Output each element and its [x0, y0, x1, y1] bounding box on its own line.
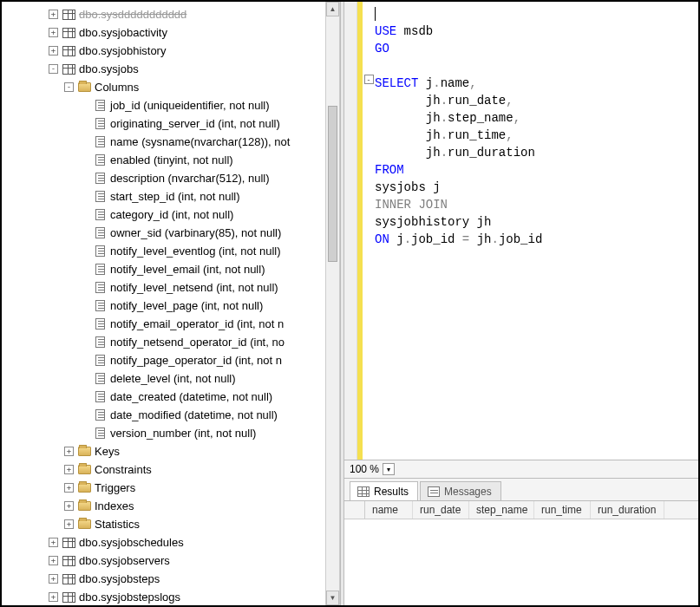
tree-column-item[interactable]: date_modified (datetime, not null)	[2, 406, 325, 424]
column-icon	[93, 373, 107, 385]
tree-column-item[interactable]: owner_sid (varbinary(85), not null)	[2, 224, 325, 242]
grid-row-header-corner	[344, 501, 365, 519]
tree-column-item[interactable]: version_number (int, not null)	[2, 424, 325, 442]
tab-results-label: Results	[374, 486, 409, 498]
tree-folder-triggers[interactable]: +Triggers	[2, 479, 325, 497]
tree-column-item[interactable]: job_id (uniqueidentifier, not null)	[2, 96, 325, 114]
table-icon	[62, 573, 75, 585]
tree-column-item[interactable]: notify_email_operator_id (int, not n	[2, 315, 325, 333]
column-icon	[93, 428, 107, 440]
tree-table-item[interactable]: +dbo.sysjobschedules	[2, 533, 325, 552]
scroll-up-button[interactable]: ▲	[326, 2, 339, 16]
column-icon	[93, 154, 107, 166]
column-icon	[93, 336, 107, 349]
table-icon	[62, 27, 75, 39]
tree-table-item[interactable]: +dbo.sysjobactivity	[2, 23, 325, 42]
tree-column-item[interactable]: category_id (int, not null)	[2, 206, 325, 224]
folder-icon	[77, 464, 91, 476]
tree-item-label: Columns	[95, 78, 139, 96]
tree-table-item[interactable]: -dbo.sysjobs	[2, 60, 325, 78]
folder-icon	[77, 482, 91, 494]
column-icon	[93, 355, 107, 367]
column-icon	[93, 282, 107, 294]
tree-column-item[interactable]: date_created (datetime, not null)	[2, 388, 325, 406]
tree-column-item[interactable]: description (nvarchar(512), null)	[2, 169, 325, 187]
tree-table-item[interactable]: +dbo.sysjobservers	[2, 552, 325, 570]
expander-icon[interactable]: +	[49, 538, 58, 547]
outline-collapse-icon[interactable]: -	[364, 75, 374, 84]
tab-results[interactable]: Results	[350, 481, 418, 500]
app-window: +dbo.sysddddddddddd+dbo.sysjobactivity+d…	[2, 2, 698, 605]
sql-editor[interactable]: USE msdb GO SELECT j.name, jh.run_date, …	[375, 2, 698, 460]
editor-outline-margin[interactable]: -	[363, 2, 375, 460]
tree-column-item[interactable]: delete_level (int, not null)	[2, 369, 325, 388]
zoom-dropdown-button[interactable]: ▾	[383, 463, 395, 475]
expander-icon[interactable]: +	[64, 519, 74, 529]
grid-header-row: name run_date step_name run_time run_dur…	[344, 501, 698, 519]
column-icon	[93, 209, 107, 221]
tree-column-item[interactable]: enabled (tinyint, not null)	[2, 151, 325, 169]
tree-column-item[interactable]: notify_page_operator_id (int, not n	[2, 351, 325, 369]
tree-folder-constraints[interactable]: +Constraints	[2, 460, 325, 479]
folder-icon	[77, 519, 91, 531]
results-grid[interactable]: name run_date step_name run_time run_dur…	[344, 501, 698, 605]
expander-icon[interactable]: -	[49, 64, 58, 74]
tree-folder-indexes[interactable]: +Indexes	[2, 497, 325, 515]
tree-folder-statistics[interactable]: +Statistics	[2, 515, 325, 533]
expander-icon[interactable]: +	[49, 574, 58, 584]
tree-column-item[interactable]: notify_netsend_operator_id (int, no	[2, 333, 325, 351]
grid-col-run-duration[interactable]: run_duration	[591, 501, 664, 519]
tree-item-label: delete_level (int, not null)	[110, 369, 236, 388]
tree-item-label: enabled (tinyint, not null)	[110, 151, 233, 169]
tree-item-label: notify_level_netsend (int, not null)	[110, 278, 278, 297]
tree-item-label: originating_server_id (int, not null)	[110, 114, 280, 133]
expander-icon[interactable]: +	[64, 447, 74, 456]
tree-folder-keys[interactable]: +Keys	[2, 442, 325, 460]
expander-icon[interactable]: +	[49, 46, 58, 55]
scroll-down-button[interactable]: ▼	[326, 591, 339, 605]
tree-item-label: notify_page_operator_id (int, not n	[110, 351, 282, 369]
expander-icon[interactable]: +	[49, 28, 58, 37]
table-icon	[62, 45, 75, 57]
column-icon	[93, 318, 107, 330]
object-explorer-tree[interactable]: +dbo.sysddddddddddd+dbo.sysjobactivity+d…	[2, 2, 325, 605]
tree-column-item[interactable]: name (sysname(nvarchar(128)), not	[2, 133, 325, 151]
table-icon	[62, 537, 75, 549]
tree-column-item[interactable]: notify_level_page (int, not null)	[2, 297, 325, 315]
expander-icon[interactable]: +	[64, 483, 74, 493]
grid-col-run-date[interactable]: run_date	[413, 501, 469, 519]
expander-icon[interactable]: +	[49, 556, 58, 565]
tree-item-label: dbo.sysjobstepslogs	[79, 588, 180, 605]
tree-scrollbar[interactable]: ▲ ▼	[325, 2, 340, 605]
tree-table-item[interactable]: +dbo.sysjobsteps	[2, 570, 325, 588]
tree-item-label: notify_level_email (int, not null)	[110, 260, 265, 278]
tree-item-label: notify_netsend_operator_id (int, no	[110, 333, 285, 351]
tree-table-item[interactable]: +dbo.sysjobhistory	[2, 42, 325, 60]
tree-column-item[interactable]: notify_level_eventlog (int, not null)	[2, 242, 325, 260]
tree-item-truncated[interactable]: +dbo.sysddddddddddd	[2, 5, 325, 23]
tab-messages[interactable]: Messages	[420, 481, 501, 500]
tree-column-item[interactable]: start_step_id (int, not null)	[2, 187, 325, 206]
tree-item-label: dbo.sysjobsteps	[79, 570, 160, 588]
tree-item-label: date_modified (datetime, not null)	[110, 406, 278, 424]
tree-item-label: name (sysname(nvarchar(128)), not	[110, 133, 290, 151]
tree-column-item[interactable]: originating_server_id (int, not null)	[2, 114, 325, 133]
tree-column-item[interactable]: notify_level_netsend (int, not null)	[2, 278, 325, 297]
expander-icon[interactable]: +	[49, 592, 58, 602]
tree-item-label: description (nvarchar(512), null)	[110, 169, 270, 187]
expander-icon[interactable]: -	[64, 82, 74, 92]
tree-item-label: dbo.sysjobactivity	[79, 23, 167, 42]
grid-col-step-name[interactable]: step_name	[469, 501, 534, 519]
expander-icon[interactable]: +	[64, 501, 74, 511]
column-icon	[93, 391, 107, 403]
tree-column-item[interactable]: notify_level_email (int, not null)	[2, 260, 325, 278]
tree-folder-columns[interactable]: -Columns	[2, 78, 325, 96]
grid-col-name[interactable]: name	[365, 501, 413, 519]
grid-col-run-time[interactable]: run_time	[534, 501, 591, 519]
tree-item-label: dbo.sysjobs	[79, 60, 139, 78]
folder-icon	[77, 82, 91, 94]
tree-item-label: Constraints	[95, 460, 152, 479]
scroll-thumb[interactable]	[328, 106, 337, 262]
tree-table-item[interactable]: +dbo.sysjobstepslogs	[2, 588, 325, 605]
expander-icon[interactable]: +	[64, 465, 74, 474]
